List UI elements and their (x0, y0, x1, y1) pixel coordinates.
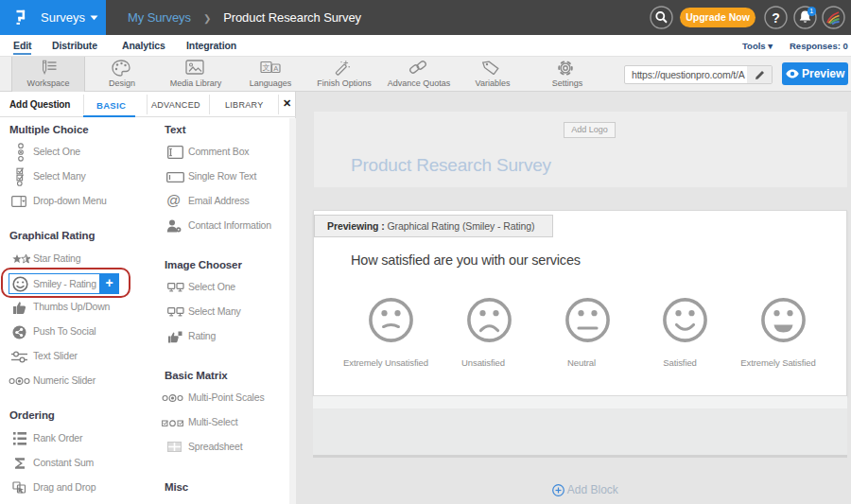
svg-text:?: ? (772, 10, 780, 26)
svg-text:A: A (273, 64, 278, 73)
svg-text:文: 文 (263, 63, 270, 72)
